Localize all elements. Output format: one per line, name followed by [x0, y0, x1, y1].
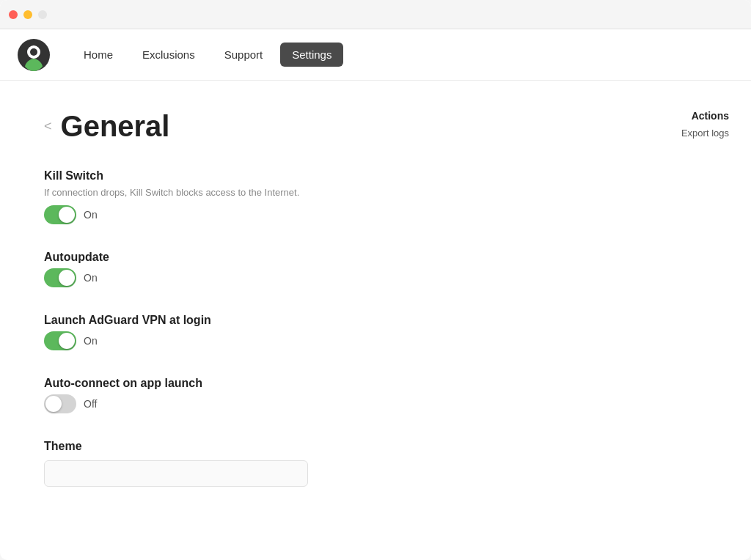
theme-label: Theme	[44, 440, 590, 453]
launch-login-knob	[59, 333, 75, 349]
launch-login-group: Launch AdGuard VPN at login On	[44, 314, 590, 350]
titlebar	[0, 0, 751, 29]
launch-login-toggle[interactable]	[44, 331, 76, 350]
autoupdate-group: Autoupdate On	[44, 251, 590, 287]
autoupdate-toggle-row: On	[44, 268, 590, 287]
kill-switch-knob	[59, 207, 75, 223]
navbar: Home Exclusions Support Settings	[0, 29, 751, 81]
nav-support[interactable]: Support	[213, 43, 275, 67]
kill-switch-group: Kill Switch If connection drops, Kill Sw…	[44, 169, 590, 224]
autoupdate-label: Autoupdate	[44, 251, 590, 264]
autoupdate-state: On	[84, 272, 98, 284]
nav-links: Home Exclusions Support Settings	[72, 43, 343, 67]
kill-switch-description: If connection drops, Kill Switch blocks …	[44, 187, 590, 198]
traffic-lights	[9, 10, 47, 19]
auto-connect-knob	[45, 396, 62, 412]
launch-login-state: On	[84, 335, 98, 347]
export-logs-link[interactable]: Export logs	[634, 128, 729, 139]
launch-login-toggle-row: On	[44, 331, 590, 350]
theme-section: Theme	[44, 440, 590, 487]
auto-connect-toggle[interactable]	[44, 394, 76, 413]
minimize-button[interactable]	[23, 10, 32, 19]
actions-title: Actions	[634, 110, 729, 122]
kill-switch-label: Kill Switch	[44, 169, 590, 183]
kill-switch-toggle-row: On	[44, 205, 590, 224]
nav-settings[interactable]: Settings	[280, 43, 343, 67]
kill-switch-state: On	[84, 209, 98, 221]
back-button[interactable]: <	[44, 119, 52, 134]
kill-switch-toggle[interactable]	[44, 205, 76, 224]
auto-connect-label: Auto-connect on app launch	[44, 377, 590, 390]
nav-home[interactable]: Home	[72, 43, 125, 67]
svg-point-2	[30, 48, 37, 56]
page-header: < General	[44, 110, 590, 143]
nav-exclusions[interactable]: Exclusions	[131, 43, 207, 67]
auto-connect-toggle-row: Off	[44, 394, 590, 413]
sidebar-right: Actions Export logs	[634, 81, 751, 560]
page-title: General	[61, 110, 170, 143]
maximize-button[interactable]	[38, 10, 47, 19]
app-window: Home Exclusions Support Settings < Gener…	[0, 0, 751, 560]
autoupdate-knob	[59, 270, 75, 286]
autoupdate-toggle[interactable]	[44, 268, 76, 287]
main-content: < General Kill Switch If connection drop…	[0, 81, 634, 560]
launch-login-label: Launch AdGuard VPN at login	[44, 314, 590, 327]
theme-selector[interactable]	[44, 460, 308, 487]
app-logo	[18, 39, 50, 71]
content: < General Kill Switch If connection drop…	[0, 81, 751, 560]
auto-connect-group: Auto-connect on app launch Off	[44, 377, 590, 413]
close-button[interactable]	[9, 10, 18, 19]
auto-connect-state: Off	[84, 398, 97, 410]
